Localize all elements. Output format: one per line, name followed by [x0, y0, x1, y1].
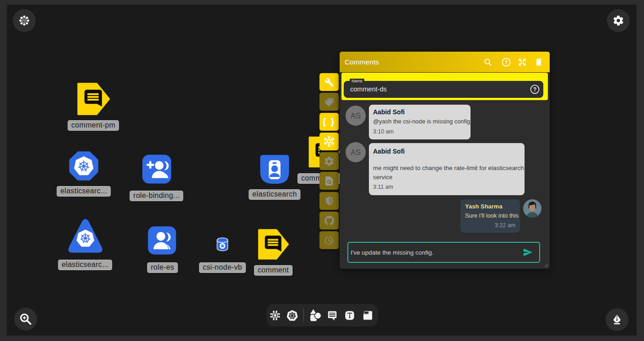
svg-text:?: ? [505, 59, 508, 64]
svg-text:?: ? [533, 86, 536, 93]
